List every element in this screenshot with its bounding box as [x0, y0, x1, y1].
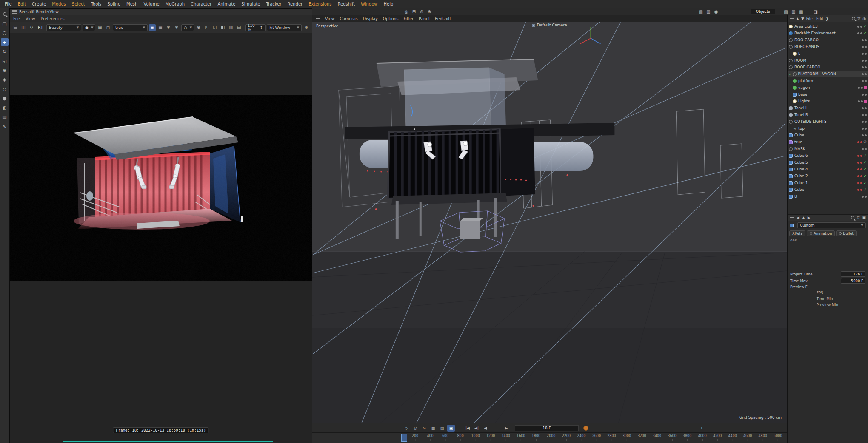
visibility-dot-render[interactable]	[860, 141, 862, 143]
aov-dropdown[interactable]: Beauty▼	[46, 24, 81, 31]
renderview-menu-view[interactable]: View	[26, 16, 35, 21]
visibility-dot-editor[interactable]	[857, 168, 859, 170]
visibility-dot-editor[interactable]	[862, 196, 864, 198]
object-row-true[interactable]: true∅	[788, 139, 868, 145]
attribute-menu-icon[interactable]	[790, 216, 794, 219]
rt-toggle-button[interactable]: RT	[36, 26, 45, 30]
pick-focus-icon[interactable]: ⊕	[195, 24, 202, 31]
visibility-dot-editor[interactable]	[862, 60, 864, 62]
visibility-dot-editor[interactable]	[862, 73, 864, 75]
visibility-dot-editor[interactable]	[857, 175, 859, 177]
visibility-dot-editor[interactable]	[862, 80, 864, 82]
zoom-region-icon[interactable]: ◲	[211, 24, 218, 31]
prev-frame-button[interactable]: ◀	[482, 425, 489, 432]
object-row-doo-cargo[interactable]: DOO CARGO	[788, 37, 868, 43]
workplane-icon[interactable]: ⊘	[418, 8, 425, 15]
current-frame-marker[interactable]	[401, 434, 407, 442]
object-manager-menu-icon[interactable]	[790, 17, 794, 20]
object-row-vagon[interactable]: vagon	[788, 84, 868, 91]
panel-toggle-icon[interactable]: ◨	[812, 8, 819, 15]
visibility-dot-render[interactable]	[865, 80, 867, 82]
move-up-icon[interactable]: ▲	[796, 17, 799, 21]
visibility-dot-editor[interactable]	[857, 141, 859, 143]
layer-tag[interactable]	[864, 100, 867, 103]
visibility-dot-render[interactable]	[860, 168, 862, 170]
object-row-lights[interactable]: Lights	[788, 98, 868, 105]
object-row-outside-lights[interactable]: OUTSIDE LIGHTS	[788, 118, 868, 125]
visibility-dot-render[interactable]	[865, 148, 867, 150]
viewport-menu-view[interactable]: View	[325, 16, 335, 21]
menu-volume[interactable]: Volume	[140, 1, 162, 7]
autokey-button[interactable]	[583, 426, 588, 431]
visibility-dot-editor[interactable]	[857, 32, 859, 34]
visibility-dot-render[interactable]	[860, 155, 862, 157]
menu-simulate[interactable]: Simulate	[238, 1, 263, 7]
keyframe-selection-icon[interactable]: ◇	[403, 425, 410, 432]
chevron-right-icon[interactable]: ❯	[825, 17, 829, 21]
visibility-dot-render[interactable]	[865, 94, 867, 96]
visibility-dot-render[interactable]	[865, 121, 867, 123]
object-row-tt[interactable]: tt	[788, 193, 868, 200]
visibility-dot-editor[interactable]	[862, 94, 864, 96]
visibility-dot-render[interactable]	[861, 100, 863, 102]
object-row-cube-2[interactable]: Cube.2✓	[788, 173, 868, 179]
layer-tag[interactable]	[864, 86, 867, 89]
object-row-tup[interactable]: ∿tup	[788, 125, 868, 132]
renderview-menu-file[interactable]: File	[13, 16, 20, 21]
menu-mograph[interactable]: MoGraph	[163, 1, 188, 7]
perspective-label[interactable]: Perspective	[316, 24, 338, 28]
menu-tracker[interactable]: Tracker	[263, 1, 284, 7]
visibility-dot-editor[interactable]	[862, 46, 864, 48]
object-row-mask[interactable]: MASK	[788, 145, 868, 152]
object-row-cube[interactable]: Cube	[788, 132, 868, 139]
image-layers-icon[interactable]: ▤	[236, 24, 243, 31]
keyframe-presets-icon[interactable]: ▦	[429, 425, 437, 432]
magnet-snap-icon[interactable]: ▣	[447, 425, 455, 432]
menu-spline[interactable]: Spline	[104, 1, 123, 7]
tab-animation[interactable]: Animation	[807, 230, 835, 236]
menu-animate[interactable]: Animate	[214, 1, 238, 7]
save-aov-stack-icon[interactable]: ▥	[228, 24, 234, 31]
spline-pen-tool-icon[interactable]: ∿	[1, 122, 9, 130]
menu-mesh[interactable]: Mesh	[123, 1, 140, 7]
visibility-dot-render[interactable]	[865, 66, 867, 68]
fcurve-snapshot-icon[interactable]: ∟	[699, 425, 706, 432]
snap-settings-icon[interactable]: ⊞	[410, 8, 418, 15]
menu-tools[interactable]: Tools	[88, 1, 105, 7]
visibility-dot-editor[interactable]	[862, 39, 864, 41]
om-menu-file[interactable]: File	[806, 17, 813, 21]
enabled-check-icon[interactable]: ✓	[863, 174, 867, 178]
object-row-cube-6[interactable]: Cube.6✓	[788, 152, 868, 159]
zoom-tool-icon[interactable]	[1, 10, 9, 18]
filter-icon[interactable]: ▽	[857, 17, 860, 21]
enabled-check-icon[interactable]: ✓	[863, 167, 867, 171]
layout-c-icon[interactable]: ▦	[797, 8, 805, 15]
visibility-dot-render[interactable]	[865, 73, 867, 75]
om-menu-edit[interactable]: Edit	[816, 17, 823, 21]
tab-xrefs[interactable]: XRefs	[789, 230, 805, 236]
object-row-roof-cargo[interactable]: ROOF CARGO	[788, 64, 868, 71]
menu-redshift[interactable]: Redshift	[334, 1, 358, 7]
move-tool-icon[interactable]: +	[1, 38, 9, 46]
visibility-dot-render[interactable]	[865, 46, 867, 48]
visibility-dot-editor[interactable]	[862, 66, 864, 68]
viewport-menu-redshift[interactable]: Redshift	[435, 16, 451, 21]
object-row-cube[interactable]: Cube✓	[788, 186, 868, 193]
move-down-icon[interactable]: ▼	[801, 17, 804, 21]
viewport-menu-filter[interactable]: Filter	[403, 16, 414, 21]
camera-label[interactable]: ▣ Default Camera	[532, 23, 567, 27]
viewport-menu-panel[interactable]: Panel	[419, 16, 430, 21]
current-frame-field[interactable]: 18 F	[515, 425, 579, 431]
object-row-base[interactable]: base	[788, 91, 868, 98]
menu-character[interactable]: Character	[188, 1, 214, 7]
visibility-dot-editor[interactable]	[858, 87, 860, 89]
crop-icon[interactable]: ◻	[105, 24, 111, 31]
paint-tool-icon[interactable]: ●	[1, 94, 9, 102]
fit-mode-dropdown[interactable]: Fit Window▼	[267, 24, 302, 31]
viewport-menu-cameras[interactable]: Cameras	[340, 16, 358, 21]
axis-tool-icon[interactable]: ⊕	[1, 66, 9, 74]
visibility-dot-render[interactable]	[861, 87, 863, 89]
goto-start-button[interactable]: |◀	[464, 425, 471, 432]
object-row-l[interactable]: L	[788, 50, 868, 57]
checker-background-icon[interactable]: ▦	[97, 24, 103, 31]
